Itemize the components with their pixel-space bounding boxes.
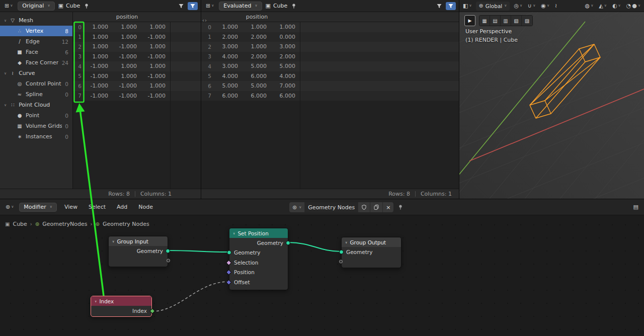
table-row[interactable]: 54.0006.0004.000 [201,71,459,81]
dataset-dropdown[interactable]: Evaluated ∨ [219,2,262,11]
mode-dropdown[interactable]: Modifier ∨ [19,203,57,212]
menu-view[interactable]: View [61,202,81,212]
node-header[interactable]: ∨ Set Position [229,228,288,238]
editor-type-button[interactable]: ◧ ∨ [461,2,473,10]
tree-item-point[interactable]: ● Point 0 [0,110,72,121]
table-row[interactable]: 31.000-1.000-1.000 [73,52,201,62]
tree-item-control-point[interactable]: ◎ Control Point 0 [0,78,72,89]
geometry-input-socket[interactable] [227,250,231,255]
node-tree-name-field[interactable]: Geometry Nodes [305,202,358,212]
menu-add[interactable]: Add [113,202,131,212]
table-row[interactable]: 6-1.000-1.0001.000 [73,81,201,91]
socket-label: Position [234,269,255,275]
table-row[interactable]: 34.0002.0002.000 [201,52,459,62]
node-set-position[interactable]: ∨ Set Position Geometry Geometry Selecti… [229,228,288,290]
collapse-icon[interactable]: ∨ [112,239,114,243]
cell-y: -1.000 [113,93,141,99]
falloff-button[interactable]: ≀ [553,2,558,10]
visibility-dropdown[interactable]: ◍ ∨ [584,2,595,10]
column-header-position[interactable]: position [84,14,170,20]
node-group-output[interactable]: ∨ Group Output Geometry [341,237,401,268]
pin-icon[interactable] [397,204,404,210]
tree-section-mesh[interactable]: ∨ ▽ Mesh [0,15,72,26]
proportional-edit-dropdown[interactable]: ◉ ∨ [539,2,551,10]
node-header[interactable]: ∨ Index [91,296,151,306]
collapse-icon[interactable]: ∨ [345,240,347,244]
tree-item-instances[interactable]: ∗ Instances 0 [0,131,72,142]
virtual-input-socket[interactable] [339,260,343,264]
table-row[interactable]: 7-1.000-1.000-1.000 [73,91,201,101]
viewport-3d[interactable]: ◧ ∨ ⊕ Global ∨ ◎ ∨ ∪ ∨ ◉ ∨ ≀ [459,0,644,199]
active-tool-button[interactable]: ▶ [464,15,475,26]
filter-toggle-button[interactable] [446,2,456,10]
browse-tree-button[interactable]: ⊛ ∨ [289,202,305,212]
toggle-button-5[interactable]: ▨ [522,16,532,26]
editor-type-button[interactable]: ⊞ ∨ [3,2,14,10]
editor-type-button[interactable]: ⊛ ∨ [4,203,15,211]
collapse-icon[interactable]: ∨ [233,231,235,235]
node-canvas[interactable]: ▣ Cube › ⊛ GeometryNodes › ⊛ Geometry No… [0,215,644,336]
object-chip: ▣ Cube [266,3,288,9]
virtual-output-socket[interactable] [167,259,170,263]
toggle-button-2[interactable]: ▤ [490,16,501,26]
table-row[interactable]: 65.0005.0007.000 [201,81,459,91]
table-row[interactable]: 12.0002.0000.000 [201,32,459,42]
pivot-dropdown[interactable]: ◎ ∨ [512,2,524,10]
geometry-output-socket[interactable] [166,248,170,253]
overlays-dropdown[interactable]: ◐ ∨ [611,2,622,10]
spreadsheet-editor-evaluated: ⊞ ∨ Evaluated ∨ ▣ Cube [201,0,459,199]
object-cube-icon: ▣ [5,221,10,227]
node-group-input[interactable]: ∨ Group Input Geometry [108,236,168,267]
fake-user-toggle[interactable] [358,202,370,212]
table-row[interactable]: 76.0006.0006.000 [201,91,459,101]
count-badge: 24 [62,60,68,66]
table-row[interactable]: 01.0001.0001.000 [73,22,201,32]
node-header[interactable]: ∨ Group Input [109,236,168,246]
tree-section-curve[interactable]: ∨ ≀ Curve [0,68,72,78]
dataset-dropdown[interactable]: Original ∨ [18,2,54,11]
toggle-button-1[interactable]: ▦ [479,16,490,26]
geometry-input-socket[interactable] [339,249,344,254]
tree-item-face[interactable]: ■ Face 6 [0,47,72,57]
shield-icon [361,204,367,210]
table-row[interactable]: 21.000-1.0001.000 [73,42,201,52]
node-index[interactable]: ∨ Index Index [91,296,152,317]
pin-icon[interactable] [84,3,90,9]
table-row[interactable]: 23.0001.0003.000 [201,42,459,52]
column-header-position[interactable]: position [214,14,300,20]
pin-icon[interactable] [291,3,297,9]
gizmos-dropdown[interactable]: ◭ ∨ [597,2,608,10]
filter-icon[interactable] [436,3,442,9]
table-row[interactable]: 01.0001.0001.000 [201,22,459,32]
toggle-button-4[interactable]: ▧ [511,16,522,26]
filter-icon[interactable] [178,3,184,9]
table-row[interactable]: 5-1.0001.000-1.000 [73,71,201,81]
snap-dropdown[interactable]: ∪ ∨ [526,2,537,10]
tree-section-point-cloud[interactable]: ∨ ∷ Point Cloud [0,100,72,110]
geometry-output-socket[interactable] [286,240,290,245]
tree-item-face-corner[interactable]: ◆ Face Corner 24 [0,57,72,68]
new-copy-button[interactable] [370,202,383,212]
node-header[interactable]: ∨ Group Output [342,237,401,247]
cell-y: -1.000 [113,82,141,89]
table-row[interactable]: 11.0001.000-1.000 [73,32,201,42]
shading-dropdown[interactable]: ◔ ● ∨ [625,2,642,10]
tree-item-edge[interactable]: / Edge 12 [0,36,72,47]
collapse-icon[interactable]: ∨ [95,299,97,303]
socket-label: Geometry [234,249,260,256]
toggle-button-3[interactable]: ▥ [501,16,511,26]
menu-select[interactable]: Select [85,202,109,212]
menu-node[interactable]: Node [135,202,156,212]
table-row[interactable]: 4-1.0001.0001.000 [73,61,201,71]
editor-corner-button[interactable]: ▤ [632,203,640,211]
tree-item-spline[interactable]: ≈ Spline 0 [0,89,72,100]
filter-toggle-button[interactable] [188,2,198,10]
spreadsheet-editor-icon: ⊞ [206,3,210,9]
tree-item-volume-grids[interactable]: ▦ Volume Grids 0 [0,121,72,131]
tree-item-vertex[interactable]: ∴ Vertex 8 [0,26,72,36]
orientation-dropdown[interactable]: ⊕ Global ∨ [476,2,510,11]
unlink-button[interactable]: × [383,202,393,212]
region-nav-arrows[interactable]: ‹› [202,18,207,23]
editor-type-button[interactable]: ⊞ ∨ [204,2,215,10]
table-row[interactable]: 43.0005.0005.000 [201,61,459,71]
